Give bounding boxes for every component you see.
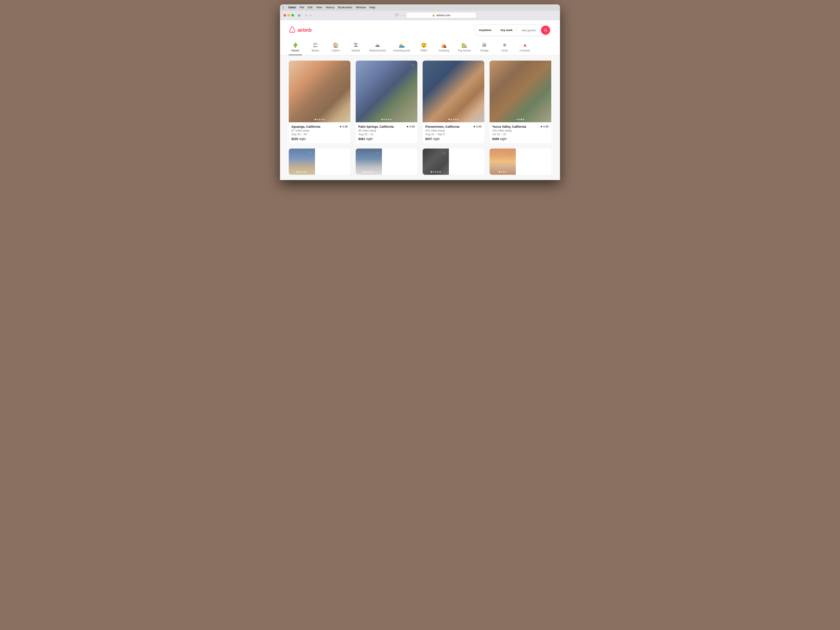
listing-dates-4: Jul 10 – 15 — [492, 133, 549, 136]
dot — [451, 119, 452, 120]
favorite-button-7[interactable]: ♡ — [442, 151, 446, 156]
sidebar-toggle-button[interactable]: ⊞ — [297, 13, 302, 18]
dot — [323, 119, 325, 120]
menu-safari[interactable]: Safari — [288, 6, 296, 9]
search-button[interactable] — [541, 25, 550, 35]
anywhere-label: Anywhere — [479, 28, 491, 32]
nav-buttons: ‹ › — [305, 13, 313, 18]
listing-rating-1: ★ 4.96 — [339, 125, 348, 128]
listing-price-1: $220 night — [291, 137, 348, 141]
beach-icon: ⛱ — [313, 43, 318, 48]
back-button[interactable]: ‹ — [305, 13, 308, 18]
listing-photo-1 — [289, 61, 351, 122]
dot — [301, 171, 303, 172]
dot — [388, 119, 389, 120]
category-cabins[interactable]: 🏠 Cabins — [329, 43, 342, 55]
logo-area: airbnb — [289, 26, 311, 35]
favorite-button-5[interactable]: ♡ — [308, 151, 313, 156]
favorite-button-2[interactable]: ♡ — [411, 63, 415, 68]
dot — [366, 171, 367, 172]
category-islands[interactable]: 🏝 Islands — [349, 43, 362, 55]
minimize-button[interactable] — [287, 14, 290, 17]
search-bar[interactable]: Anywhere Any week Add guests — [474, 25, 551, 36]
category-amazing-pools[interactable]: 🏊 Amazing pools — [393, 43, 411, 55]
image-dots-6 — [364, 171, 374, 172]
dot — [386, 119, 387, 120]
menu-window[interactable]: Window — [356, 6, 366, 9]
listing-image-7: ♡ — [423, 148, 449, 175]
category-nav: 🌵 Desert ⛱ Beach 🏠 Cabins 🏝 Islands ⛰ — [289, 39, 551, 55]
menu-history[interactable]: History — [326, 6, 335, 9]
favorite-button-4[interactable]: ♡ — [545, 63, 549, 68]
listing-image-2: ♡ — [356, 61, 417, 122]
favorite-button-6[interactable]: ♡ — [375, 151, 379, 156]
category-omg[interactable]: 😲 OMG! — [417, 43, 430, 55]
any-week-button[interactable]: Any week — [496, 27, 517, 34]
listing-card-5[interactable]: ♡ — [289, 148, 351, 175]
airbnb-logo-icon — [289, 26, 296, 35]
category-camping[interactable]: ⛺ Camping — [437, 43, 450, 55]
guests-button[interactable]: Add guests — [517, 26, 540, 34]
dot — [390, 119, 392, 120]
category-national-parks[interactable]: ⛰ National parks — [369, 43, 386, 55]
svg-line-1 — [546, 31, 547, 32]
category-design[interactable]: 🏛 Design — [478, 43, 491, 55]
menu-edit[interactable]: Edit — [308, 6, 313, 9]
category-a-frames[interactable]: 🔺 A-frames — [518, 43, 531, 55]
address-bar[interactable]: 🔒 airbnb.com — [406, 12, 476, 18]
favorite-button-8[interactable]: ♡ — [509, 151, 513, 156]
category-tiny-homes[interactable]: 🏡 Tiny homes — [458, 43, 471, 55]
dot — [303, 171, 305, 172]
listing-card-4[interactable]: ♡ Yucca Valley, California ★ — [489, 61, 551, 143]
listing-info-1: Aguanga, California ★ 4.96 87 miles away… — [289, 122, 351, 143]
listing-location-1: Aguanga, California — [291, 125, 320, 128]
listing-rating-4: ★ 4.95 — [540, 125, 549, 128]
airbnb-page: airbnb Anywhere Any week Add guests — [280, 20, 560, 180]
amazing-pools-icon: 🏊 — [399, 43, 405, 48]
listing-card-1[interactable]: ♡ Aguanga, California — [289, 61, 351, 143]
islands-icon: 🏝 — [353, 43, 358, 48]
dot — [299, 171, 300, 172]
dot — [314, 119, 316, 120]
anywhere-button[interactable]: Anywhere — [474, 27, 496, 34]
forward-button[interactable]: › — [309, 13, 313, 18]
listing-card-6[interactable]: ♡ — [356, 148, 417, 175]
listing-card-2[interactable]: ♡ Palm Springs, California — [356, 61, 417, 143]
apple-logo-icon:  — [283, 5, 284, 9]
dot — [521, 119, 522, 120]
menu-help[interactable]: Help — [369, 6, 375, 9]
listing-card-8[interactable]: ♡ — [489, 148, 551, 175]
image-dots-8 — [499, 171, 507, 172]
listing-image-8: ♡ — [489, 148, 516, 175]
listing-card-7[interactable]: ♡ — [423, 148, 484, 175]
category-arctic[interactable]: ❄ Arctic — [498, 43, 511, 55]
shield-icon[interactable]: 🛡 — [395, 13, 399, 17]
arctic-icon: ❄ — [503, 43, 507, 48]
menu-bookmarks[interactable]: Bookmarks — [338, 6, 352, 9]
category-beach[interactable]: ⛱ Beach — [309, 43, 322, 55]
national-parks-icon: ⛰ — [375, 43, 380, 48]
menu-view[interactable]: View — [316, 6, 322, 9]
listing-dates-1: Sep 25 – 30 — [291, 133, 348, 136]
more-button[interactable]: ··· — [401, 14, 404, 17]
close-button[interactable] — [284, 14, 286, 17]
menu-file[interactable]: File — [300, 6, 304, 9]
a-frames-icon: 🔺 — [522, 43, 528, 48]
image-dots-7 — [431, 171, 441, 172]
category-islands-label: Islands — [352, 49, 360, 52]
camping-icon: ⛺ — [441, 43, 447, 48]
favorite-button-1[interactable]: ♡ — [344, 63, 348, 68]
dot — [382, 119, 383, 120]
dot — [457, 119, 458, 120]
category-national-parks-label: National parks — [369, 49, 386, 52]
listing-card-3[interactable]: ♡ Pioneertown, California — [423, 61, 484, 143]
fullscreen-button[interactable] — [291, 14, 294, 17]
dot — [319, 119, 320, 120]
listing-price-4: $489 night — [492, 137, 549, 141]
category-desert[interactable]: 🌵 Desert — [289, 43, 302, 55]
dot — [431, 171, 432, 172]
listing-rating-2: ★ 4.95 — [406, 125, 415, 128]
listing-location-3: Pioneertown, California — [425, 125, 459, 128]
listing-title-row-2: Palm Springs, California ★ 4.95 — [358, 125, 415, 128]
favorite-button-3[interactable]: ♡ — [478, 63, 482, 68]
